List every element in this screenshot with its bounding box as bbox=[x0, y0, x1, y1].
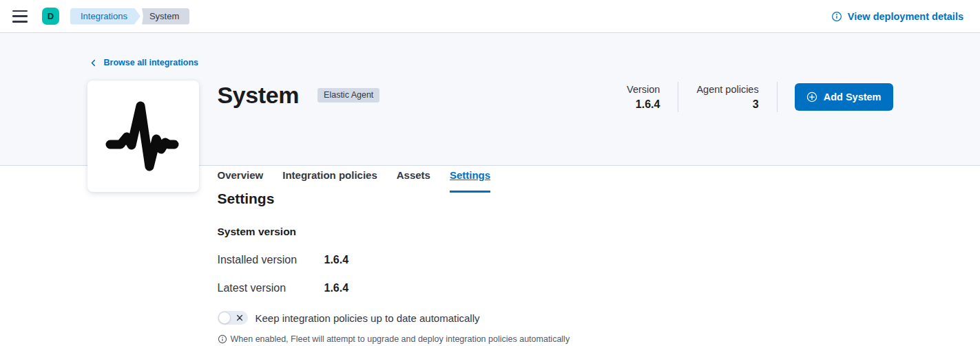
breadcrumb-integrations[interactable]: Integrations bbox=[70, 8, 140, 25]
installed-version-value: 1.6.4 bbox=[324, 254, 349, 266]
browse-all-integrations-label: Browse all integrations bbox=[104, 58, 199, 67]
breadcrumb: Integrations System bbox=[70, 8, 189, 25]
browse-all-integrations-link[interactable]: Browse all integrations bbox=[87, 58, 199, 67]
breadcrumb-system: System bbox=[136, 8, 189, 25]
info-icon bbox=[831, 11, 842, 22]
tab-overview[interactable]: Overview bbox=[218, 169, 264, 193]
chevron-left-icon bbox=[89, 58, 98, 67]
system-waveform-icon bbox=[87, 80, 199, 192]
toggle-off-cross-icon bbox=[236, 314, 243, 321]
menu-icon[interactable] bbox=[12, 10, 28, 23]
system-version-subheading: System version bbox=[218, 226, 893, 238]
auto-upgrade-help: When enabled, Fleet will attempt to upgr… bbox=[218, 334, 893, 344]
auto-upgrade-toggle-label[interactable]: Keep integration policies up to date aut… bbox=[256, 312, 480, 324]
agent-policies-stat-label: Agent policies bbox=[696, 84, 758, 95]
settings-heading: Settings bbox=[218, 191, 893, 207]
page-title: System bbox=[218, 82, 300, 109]
avatar[interactable]: D bbox=[42, 8, 59, 25]
tab-settings[interactable]: Settings bbox=[450, 169, 490, 193]
latest-version-label: Latest version bbox=[218, 282, 324, 294]
installed-version-row: Installed version 1.6.4 bbox=[218, 254, 893, 266]
info-icon bbox=[218, 334, 227, 344]
latest-version-row: Latest version 1.6.4 bbox=[218, 282, 893, 294]
integration-header: Browse all integrations System Elastic A… bbox=[0, 33, 980, 166]
tab-integration-policies[interactable]: Integration policies bbox=[282, 169, 377, 193]
plus-circle-icon bbox=[806, 91, 817, 102]
integration-tabs: Overview Integration policies Assets Set… bbox=[218, 169, 893, 192]
elastic-agent-badge: Elastic Agent bbox=[317, 88, 379, 102]
top-bar: D Integrations System View deployment de… bbox=[0, 0, 980, 33]
agent-policies-stat-value: 3 bbox=[696, 98, 758, 111]
version-stat-value: 1.6.4 bbox=[627, 98, 660, 111]
auto-upgrade-help-text: When enabled, Fleet will attempt to upgr… bbox=[231, 334, 570, 344]
latest-version-value: 1.6.4 bbox=[324, 282, 349, 294]
stat-divider bbox=[777, 82, 778, 112]
view-deployment-details-label: View deployment details bbox=[848, 11, 963, 22]
add-system-button-label: Add System bbox=[824, 91, 882, 102]
auto-upgrade-toggle-row: Keep integration policies up to date aut… bbox=[218, 311, 480, 325]
agent-policies-stat: Agent policies 3 bbox=[678, 84, 776, 111]
header-stats: Version 1.6.4 Agent policies 3 bbox=[609, 82, 893, 112]
view-deployment-details-link[interactable]: View deployment details bbox=[831, 11, 963, 22]
integration-logo-card bbox=[87, 80, 199, 192]
tab-assets[interactable]: Assets bbox=[397, 169, 430, 193]
auto-upgrade-toggle[interactable] bbox=[218, 311, 248, 325]
toggle-knob bbox=[218, 312, 231, 324]
add-system-button[interactable]: Add System bbox=[795, 83, 893, 111]
version-stat: Version 1.6.4 bbox=[609, 84, 678, 111]
installed-version-label: Installed version bbox=[218, 254, 324, 266]
version-stat-label: Version bbox=[627, 84, 660, 95]
